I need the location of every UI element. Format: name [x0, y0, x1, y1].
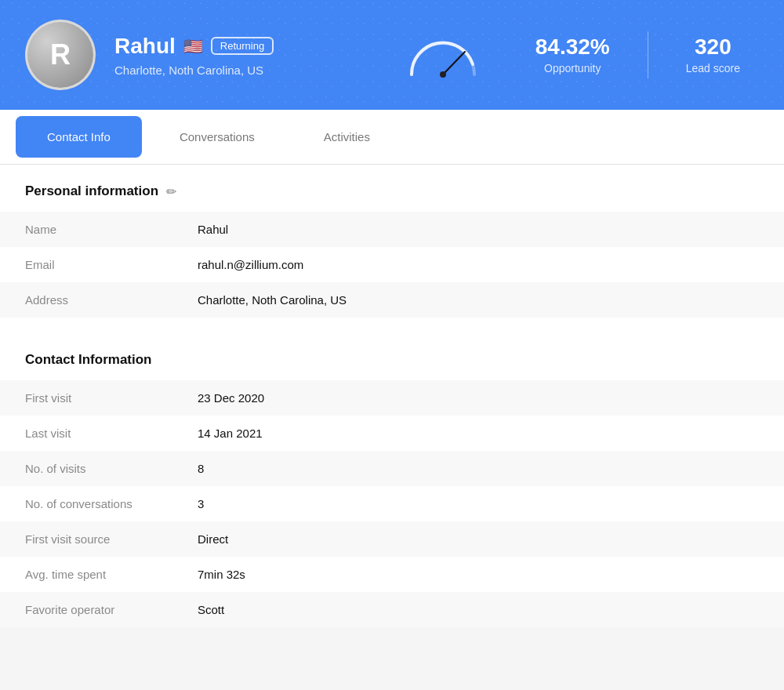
contact-name: Rahul [114, 34, 176, 59]
field-label: Address [0, 282, 172, 318]
personal-info-header: Personal information ✏ [0, 165, 784, 212]
name-row: Rahul 🇺🇸 Returning [114, 34, 369, 59]
field-value: 7min 32s [172, 557, 784, 592]
table-row: No. of visits8 [0, 451, 784, 486]
field-value: 8 [172, 451, 784, 486]
field-value: 3 [172, 486, 784, 521]
contact-info-title: Contact Information [25, 352, 152, 368]
edit-icon[interactable]: ✏ [166, 184, 176, 199]
table-row: NameRahul [0, 212, 784, 247]
contact-info-header: Contact Information [0, 333, 784, 380]
tab-contact-info[interactable]: Contact Info [16, 116, 142, 158]
lead-score-value: 320 [695, 35, 731, 60]
contact-info-table: First visit23 Dec 2020Last visit14 Jan 2… [0, 380, 784, 627]
field-label: First visit source [0, 521, 172, 557]
section-gap [0, 318, 784, 333]
field-label: No. of visits [0, 451, 172, 486]
table-row: Favorite operatorScott [0, 592, 784, 627]
field-label: Last visit [0, 416, 172, 451]
returning-badge: Returning [211, 37, 274, 55]
table-row: AddressCharlotte, Noth Carolina, US [0, 282, 784, 318]
field-label: Email [0, 247, 172, 282]
gauge-widget [404, 31, 482, 78]
contact-location: Charlotte, Noth Carolina, US [114, 64, 369, 77]
field-value: rahul.n@zillium.com [172, 247, 784, 282]
tab-activities[interactable]: Activities [292, 116, 401, 158]
opportunity-value: 84.32% [535, 35, 610, 60]
opportunity-stat: 84.32% Opportunity [517, 35, 629, 75]
field-value: Rahul [172, 212, 784, 247]
table-row: Last visit14 Jan 2021 [0, 416, 784, 451]
content-area: Personal information ✏ NameRahulEmailrah… [0, 165, 784, 627]
field-label: Name [0, 212, 172, 247]
field-label: No. of conversations [0, 486, 172, 521]
tab-conversations[interactable]: Conversations [148, 116, 286, 158]
field-value: 23 Dec 2020 [172, 380, 784, 416]
stats-divider [648, 31, 648, 78]
table-row: First visit23 Dec 2020 [0, 380, 784, 416]
field-value: Direct [172, 521, 784, 557]
tabs-bar: Contact Info Conversations Activities [0, 110, 784, 165]
gauge-svg [404, 31, 482, 78]
lead-score-stat: 320 Lead score [667, 35, 759, 75]
table-row: Emailrahul.n@zillium.com [0, 247, 784, 282]
avatar-letter: R [27, 22, 93, 88]
lead-score-label: Lead score [686, 62, 740, 74]
header: R Rahul 🇺🇸 Returning Charlotte, Noth Car… [0, 0, 784, 110]
personal-info-table: NameRahulEmailrahul.n@zillium.comAddress… [0, 212, 784, 318]
field-value: Charlotte, Noth Carolina, US [172, 282, 784, 318]
opportunity-label: Opportunity [544, 62, 601, 74]
field-label: Avg. time spent [0, 557, 172, 592]
field-value: Scott [172, 592, 784, 627]
field-value: 14 Jan 2021 [172, 416, 784, 451]
field-label: Favorite operator [0, 592, 172, 627]
table-row: Avg. time spent7min 32s [0, 557, 784, 592]
header-info: Rahul 🇺🇸 Returning Charlotte, Noth Carol… [114, 34, 369, 77]
table-row: No. of conversations3 [0, 486, 784, 521]
svg-line-0 [443, 52, 465, 74]
avatar: R [25, 20, 96, 90]
personal-info-title: Personal information [25, 183, 158, 199]
flag-icon: 🇺🇸 [183, 37, 203, 56]
field-label: First visit [0, 380, 172, 416]
table-row: First visit sourceDirect [0, 521, 784, 557]
svg-point-1 [440, 71, 446, 78]
